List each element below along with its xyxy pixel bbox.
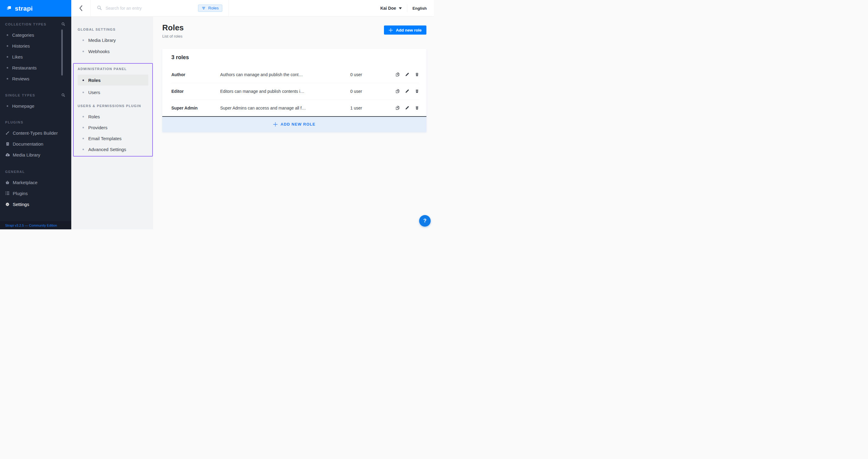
top-bar: Roles Kai Doe English bbox=[71, 0, 434, 17]
chevron-left-icon bbox=[79, 5, 83, 11]
settings-item-advanced-settings[interactable]: Advanced Settings bbox=[71, 144, 153, 155]
sidebar-item-marketplace[interactable]: Marketplace bbox=[0, 177, 71, 188]
role-name: Super Admin bbox=[172, 105, 220, 111]
role-user-count: 0 user bbox=[350, 72, 387, 77]
edit-icon[interactable] bbox=[405, 89, 410, 93]
settings-item-providers[interactable]: Providers bbox=[71, 122, 153, 133]
general-list: Marketplace Plugins Settings bbox=[0, 177, 71, 210]
table-row-super-admin[interactable]: Super Admin Super Admins can access and … bbox=[162, 100, 426, 116]
sidebar-item-plugins[interactable]: Plugins bbox=[0, 188, 71, 199]
bullet-icon bbox=[7, 78, 8, 80]
single-types-list: Homepage bbox=[0, 100, 71, 111]
users-permissions-list: Roles Providers Email Templates Advanced… bbox=[71, 111, 153, 155]
sidebar-item-categories[interactable]: Categories bbox=[0, 29, 71, 40]
sidebar-scrollbar[interactable] bbox=[61, 29, 63, 75]
settings-item-webhooks[interactable]: Webhooks bbox=[71, 46, 153, 57]
settings-item-up-roles[interactable]: Roles bbox=[71, 111, 153, 122]
bullet-icon bbox=[7, 105, 8, 107]
delete-icon[interactable] bbox=[415, 89, 419, 93]
plus-icon bbox=[389, 28, 393, 32]
back-button[interactable] bbox=[71, 0, 91, 17]
add-new-role-footer-button[interactable]: ADD NEW ROLE bbox=[162, 116, 426, 132]
bullet-icon bbox=[83, 138, 84, 139]
sidebar-item-homepage[interactable]: Homepage bbox=[0, 100, 71, 111]
filter-icon bbox=[202, 6, 206, 10]
role-description: Super Admins can access and manage all f… bbox=[220, 105, 350, 111]
row-actions bbox=[395, 89, 419, 94]
cloud-upload-icon bbox=[5, 153, 10, 157]
global-settings-header: GLOBAL SETTINGS bbox=[78, 27, 153, 32]
list-icon bbox=[5, 191, 10, 195]
administration-panel-header: ADMINISTRATION PANEL bbox=[78, 67, 153, 71]
bullet-icon bbox=[7, 56, 8, 58]
delete-icon[interactable] bbox=[415, 105, 419, 110]
strapi-logo-icon bbox=[6, 5, 12, 11]
role-description: Authors can manage and publish the cont… bbox=[220, 72, 350, 77]
role-description: Editors can manage and publish contents … bbox=[220, 89, 350, 94]
table-row-editor[interactable]: Editor Editors can manage and publish co… bbox=[162, 83, 426, 99]
collection-types-header: COLLECTION TYPES bbox=[5, 22, 65, 26]
search-icon[interactable] bbox=[61, 22, 65, 27]
paintbrush-icon bbox=[5, 131, 10, 135]
table-row-author[interactable]: Author Authors can manage and publish th… bbox=[162, 66, 426, 83]
sidebar-item-restaurants[interactable]: Restaurants bbox=[0, 62, 71, 73]
roles-card: 3 roles Author Authors can manage and pu… bbox=[162, 49, 426, 132]
top-bar-right: Kai Doe English bbox=[229, 0, 434, 17]
bullet-icon bbox=[83, 149, 84, 150]
language-selector[interactable]: English bbox=[412, 6, 427, 11]
plugins-header: PLUGINS bbox=[5, 120, 65, 124]
single-types-header: SINGLE TYPES bbox=[5, 93, 65, 97]
duplicate-icon[interactable] bbox=[395, 89, 400, 94]
sidebar-item-likes[interactable]: Likes bbox=[0, 51, 71, 62]
main-content: Roles List of roles Add new role 3 roles… bbox=[153, 17, 434, 230]
bullet-icon bbox=[83, 51, 84, 52]
bullet-icon bbox=[83, 80, 84, 81]
search-bar: Roles bbox=[91, 0, 229, 17]
bullet-icon bbox=[83, 127, 84, 128]
book-icon bbox=[5, 142, 10, 146]
bullet-icon bbox=[7, 45, 8, 47]
general-header: GENERAL bbox=[5, 170, 65, 174]
version-link[interactable]: Strapi v3.2.5 — Community Edition bbox=[5, 223, 57, 227]
sidebar-item-documentation[interactable]: Documentation bbox=[0, 138, 71, 149]
sidebar-item-content-types-builder[interactable]: Content-Types Builder bbox=[0, 127, 71, 138]
search-input[interactable] bbox=[105, 6, 198, 11]
strapi-admin-app: strapi COLLECTION TYPES Categories Histo… bbox=[0, 0, 434, 230]
bullet-icon bbox=[83, 116, 84, 117]
user-name: Kai Doe bbox=[380, 6, 396, 11]
delete-icon[interactable] bbox=[415, 72, 419, 77]
filter-chip-roles[interactable]: Roles bbox=[198, 5, 222, 12]
edit-icon[interactable] bbox=[405, 72, 410, 77]
logo-wordmark: strapi bbox=[15, 5, 33, 12]
bullet-icon bbox=[7, 67, 8, 68]
edit-icon[interactable] bbox=[405, 105, 410, 110]
settings-item-users[interactable]: Users bbox=[71, 87, 153, 98]
bullet-icon bbox=[83, 39, 84, 41]
settings-item-email-templates[interactable]: Email Templates bbox=[71, 133, 153, 144]
settings-item-media-library[interactable]: Media Library bbox=[71, 35, 153, 46]
gear-icon bbox=[5, 202, 10, 207]
basket-icon bbox=[5, 180, 10, 185]
bullet-icon bbox=[7, 34, 8, 36]
search-icon[interactable] bbox=[61, 93, 65, 98]
plus-icon bbox=[273, 122, 278, 126]
user-menu[interactable]: Kai Doe bbox=[380, 6, 402, 11]
role-name: Editor bbox=[172, 89, 220, 94]
users-permissions-header: USERS & PERMISSIONS PLUGIN bbox=[78, 104, 153, 108]
settings-item-roles-active[interactable]: Roles bbox=[78, 74, 148, 86]
page-subtitle: List of roles bbox=[162, 34, 184, 38]
add-new-role-button[interactable]: Add new role bbox=[384, 26, 426, 35]
sidebar-item-reviews[interactable]: Reviews bbox=[0, 73, 71, 84]
search-icon bbox=[97, 5, 102, 11]
sidebar-item-media-library[interactable]: Media Library bbox=[0, 149, 71, 160]
duplicate-icon[interactable] bbox=[395, 105, 400, 111]
role-user-count: 1 user bbox=[350, 105, 387, 111]
sidebar-item-settings[interactable]: Settings bbox=[0, 199, 71, 210]
role-user-count: 0 user bbox=[350, 89, 387, 94]
page-title-block: Roles List of roles bbox=[162, 23, 184, 38]
strapi-logo[interactable]: strapi bbox=[0, 0, 71, 17]
collection-types-list: Categories Histories Likes Restaurants R… bbox=[0, 29, 71, 84]
sidebar-item-histories[interactable]: Histories bbox=[0, 40, 71, 51]
duplicate-icon[interactable] bbox=[395, 72, 400, 77]
help-button[interactable]: ? bbox=[419, 215, 431, 226]
